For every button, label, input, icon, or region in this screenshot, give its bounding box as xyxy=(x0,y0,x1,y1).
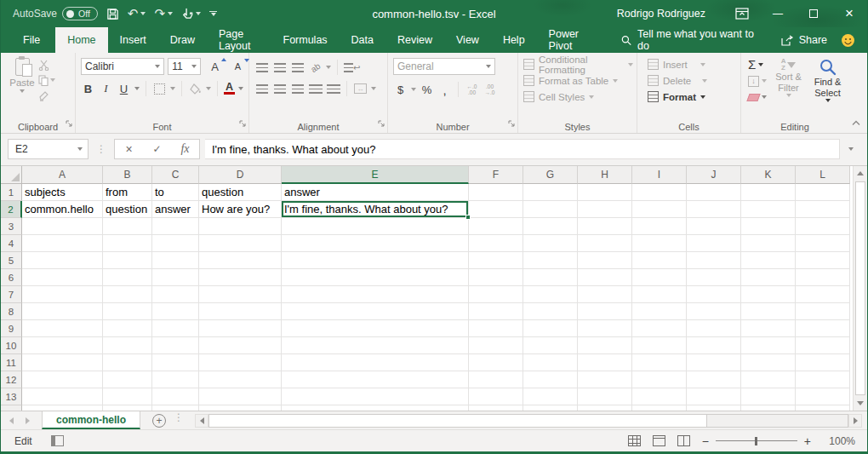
ribbon-display-options-button[interactable] xyxy=(724,0,760,27)
cell-L7[interactable] xyxy=(796,286,850,303)
find-select-button[interactable]: Find & Select xyxy=(810,56,845,104)
row-header-5[interactable]: 5 xyxy=(1,252,22,269)
cell-J12[interactable] xyxy=(687,371,741,388)
underline-dropdown-icon[interactable] xyxy=(134,87,140,90)
cell-F14[interactable] xyxy=(469,405,523,411)
cell-G10[interactable] xyxy=(523,337,578,354)
number-format-combo[interactable]: General xyxy=(393,58,495,75)
cell-B9[interactable] xyxy=(103,320,152,337)
cell-E4[interactable] xyxy=(282,235,469,252)
cell-A14[interactable] xyxy=(22,405,103,411)
cell-G7[interactable] xyxy=(523,286,578,303)
comma-style-button[interactable]: , xyxy=(437,82,452,97)
formula-input[interactable] xyxy=(205,139,840,159)
cell-H9[interactable] xyxy=(578,320,632,337)
percent-style-button[interactable]: % xyxy=(420,82,434,97)
cell-A5[interactable] xyxy=(22,252,103,269)
cell-D2[interactable]: How are you? xyxy=(199,201,282,218)
cell-K9[interactable] xyxy=(741,320,796,337)
cell-I6[interactable] xyxy=(632,269,687,286)
cell-I14[interactable] xyxy=(632,405,687,411)
cell-C7[interactable] xyxy=(152,286,199,303)
row-header-13[interactable]: 13 xyxy=(1,388,22,405)
cell-I10[interactable] xyxy=(632,337,687,354)
cell-B11[interactable] xyxy=(103,354,152,371)
cell-C6[interactable] xyxy=(152,269,199,286)
cell-I13[interactable] xyxy=(632,388,687,405)
cell-G12[interactable] xyxy=(523,371,578,388)
cell-H11[interactable] xyxy=(578,354,632,371)
font-size-combo[interactable]: 11 xyxy=(168,58,201,75)
cell-E12[interactable] xyxy=(282,371,469,388)
sort-filter-button[interactable]: AZ Sort & Filter xyxy=(772,56,805,104)
insert-function-button[interactable]: fx xyxy=(171,142,199,156)
cell-L8[interactable] xyxy=(796,303,850,320)
autosave-pill[interactable]: Off xyxy=(62,7,98,20)
cell-A8[interactable] xyxy=(22,303,103,320)
cell-I4[interactable] xyxy=(632,235,687,252)
formula-bar-splitter[interactable]: ⋮ xyxy=(89,143,114,155)
vertical-scrollbar[interactable] xyxy=(853,166,867,411)
cancel-button[interactable]: × xyxy=(115,142,143,156)
cell-D10[interactable] xyxy=(199,337,282,354)
format-as-table-button[interactable]: Format as Table xyxy=(523,72,633,89)
cell-F13[interactable] xyxy=(469,388,523,405)
cell-A2[interactable]: common.hello xyxy=(22,201,103,218)
cell-K5[interactable] xyxy=(741,252,796,269)
column-header-I[interactable]: I xyxy=(632,166,687,184)
cell-F4[interactable] xyxy=(469,235,523,252)
tell-me-button[interactable]: Tell me what you want to do xyxy=(611,27,771,53)
cell-L4[interactable] xyxy=(796,235,850,252)
cell-I3[interactable] xyxy=(632,218,687,235)
cell-F8[interactable] xyxy=(469,303,523,320)
cell-D9[interactable] xyxy=(199,320,282,337)
cell-K3[interactable] xyxy=(741,218,796,235)
fill-color-dropdown-icon[interactable] xyxy=(206,87,211,90)
cell-H10[interactable] xyxy=(578,337,632,354)
align-left-button[interactable] xyxy=(254,81,269,96)
new-sheet-button[interactable]: + xyxy=(152,411,166,429)
cell-D11[interactable] xyxy=(199,354,282,371)
cell-A10[interactable] xyxy=(22,337,103,354)
cell-G2[interactable] xyxy=(523,201,578,218)
sheet-nav-left-icon[interactable] xyxy=(9,417,14,424)
cell-I5[interactable] xyxy=(632,252,687,269)
borders-button[interactable] xyxy=(152,81,167,96)
cell-A7[interactable] xyxy=(22,286,103,303)
row-header-9[interactable]: 9 xyxy=(1,320,22,337)
cell-C13[interactable] xyxy=(152,388,199,405)
cell-D6[interactable] xyxy=(199,269,282,286)
cell-F1[interactable] xyxy=(469,184,523,201)
cell-C12[interactable] xyxy=(152,371,199,388)
horizontal-scrollbar[interactable] xyxy=(195,413,862,428)
cell-E5[interactable] xyxy=(282,252,469,269)
cell-H14[interactable] xyxy=(578,405,632,411)
cell-J11[interactable] xyxy=(687,354,741,371)
minimize-button[interactable]: — xyxy=(760,0,796,27)
cell-J2[interactable] xyxy=(687,201,741,218)
cell-B3[interactable] xyxy=(103,218,152,235)
zoom-in-button[interactable]: + xyxy=(804,434,811,448)
cell-B12[interactable] xyxy=(103,371,152,388)
zoom-level[interactable]: 100% xyxy=(823,435,855,447)
cell-B8[interactable] xyxy=(103,303,152,320)
insert-cells-button[interactable]: Insert xyxy=(648,56,737,72)
redo-button[interactable]: ↷ xyxy=(154,6,173,21)
cell-F11[interactable] xyxy=(469,354,523,371)
zoom-slider-thumb[interactable] xyxy=(755,437,757,445)
ribbon-tab-draw[interactable]: Draw xyxy=(158,27,207,53)
merge-center-dropdown-icon[interactable] xyxy=(371,87,376,90)
row-header-8[interactable]: 8 xyxy=(1,303,22,320)
column-header-H[interactable]: H xyxy=(578,166,632,184)
page-layout-view-button[interactable] xyxy=(653,435,665,446)
cell-K4[interactable] xyxy=(741,235,796,252)
cell-E2[interactable]: I'm fine, thanks. What about you? xyxy=(282,201,469,218)
autosave-toggle[interactable]: AutoSave Off xyxy=(13,7,98,20)
cell-D8[interactable] xyxy=(199,303,282,320)
cell-C3[interactable] xyxy=(152,218,199,235)
cell-G11[interactable] xyxy=(523,354,578,371)
conditional-formatting-button[interactable]: Conditional Formatting xyxy=(523,56,633,72)
cell-H13[interactable] xyxy=(578,388,632,405)
align-top-button[interactable] xyxy=(254,60,269,75)
cell-L9[interactable] xyxy=(796,320,850,337)
